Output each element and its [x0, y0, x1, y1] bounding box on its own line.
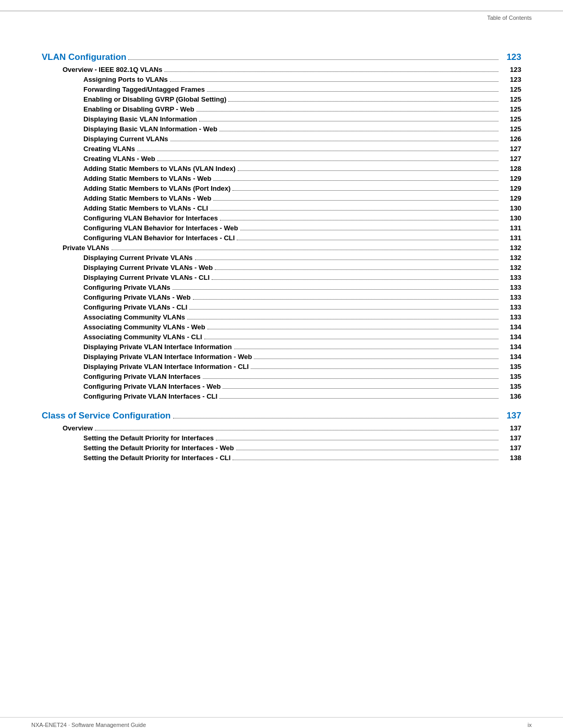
- toc-dots-33: [223, 388, 498, 389]
- toc-dots-17: [240, 230, 498, 230]
- toc-page-27: 134: [500, 323, 521, 331]
- toc-page-22: 133: [500, 274, 521, 281]
- toc-entry-12: Adding Static Members to VLANs - Web129: [42, 175, 521, 182]
- toc-label-1: Overview - IEEE 802.1Q VLANs: [63, 66, 162, 73]
- toc-dots-38: [236, 450, 498, 450]
- toc-page-29: 134: [500, 343, 521, 351]
- toc-label-30: Displaying Private VLAN Interface Inform…: [83, 353, 252, 361]
- toc-entry-15: Adding Static Members to VLANs - CLI130: [42, 204, 521, 212]
- toc-label-4: Enabling or Disabling GVRP (Global Setti…: [83, 95, 226, 103]
- toc-label-33: Configuring Private VLAN Interfaces - We…: [83, 382, 221, 390]
- toc-label-0: VLAN Configuration: [42, 52, 126, 63]
- toc-dots-24: [193, 299, 498, 300]
- toc-page-10: 127: [500, 155, 521, 163]
- toc-page-6: 125: [500, 115, 521, 123]
- toc-label-11: Adding Static Members to VLANs (VLAN Ind…: [83, 165, 236, 172]
- toc-page-1: 123: [500, 66, 521, 73]
- toc-dots-1: [164, 71, 498, 72]
- toc-page-4: 125: [500, 95, 521, 103]
- toc-entry-33: Configuring Private VLAN Interfaces - We…: [42, 382, 521, 390]
- toc-dots-31: [251, 368, 498, 369]
- toc-entry-3: Forwarding Tagged/Untagged Frames125: [42, 85, 521, 93]
- toc-page-32: 135: [500, 373, 521, 380]
- toc-entry-5: Enabling or Disabling GVRP - Web125: [42, 105, 521, 113]
- toc-dots-0: [128, 59, 498, 60]
- toc-dots-36: [95, 430, 498, 430]
- toc-label-5: Enabling or Disabling GVRP - Web: [83, 105, 194, 113]
- toc-page-28: 134: [500, 333, 521, 341]
- toc-page-34: 136: [500, 392, 521, 400]
- toc-label-29: Displaying Private VLAN Interface Inform…: [83, 343, 232, 351]
- toc-entry-25: Configuring Private VLANs - CLI133: [42, 303, 521, 311]
- toc-dots-23: [173, 289, 498, 290]
- toc-page-38: 137: [500, 444, 521, 452]
- toc-page-15: 130: [500, 204, 521, 212]
- toc-dots-29: [234, 349, 498, 349]
- top-border: [0, 10, 563, 11]
- toc-page-0: 123: [500, 52, 521, 63]
- toc-dots-26: [187, 319, 498, 319]
- toc-entry-11: Adding Static Members to VLANs (VLAN Ind…: [42, 165, 521, 172]
- toc-entry-29: Displaying Private VLAN Interface Inform…: [42, 343, 521, 351]
- page-container: Table of Contents VLAN Configuration123O…: [0, 10, 563, 728]
- toc-page-14: 129: [500, 194, 521, 202]
- toc-entry-21: Displaying Current Private VLANs - Web13…: [42, 264, 521, 272]
- toc-entry-22: Displaying Current Private VLANs - CLI13…: [42, 274, 521, 281]
- toc-entry-32: Configuring Private VLAN Interfaces135: [42, 373, 521, 380]
- toc-dots-11: [238, 170, 498, 171]
- toc-entry-0: VLAN Configuration123: [42, 52, 521, 63]
- toc-page-3: 125: [500, 85, 521, 93]
- toc-page-9: 127: [500, 145, 521, 153]
- toc-dots-13: [232, 190, 498, 191]
- toc-dots-9: [137, 151, 498, 151]
- toc-entry-13: Adding Static Members to VLANs (Port Ind…: [42, 184, 521, 192]
- toc-dots-39: [232, 460, 498, 460]
- toc-label-31: Displaying Private VLAN Interface Inform…: [83, 363, 249, 371]
- toc-entry-7: Displaying Basic VLAN Information - Web1…: [42, 125, 521, 133]
- toc-page-23: 133: [500, 283, 521, 291]
- toc-entry-2: Assigning Ports to VLANs123: [42, 76, 521, 83]
- toc-label-34: Configuring Private VLAN Interfaces - CL…: [83, 392, 217, 400]
- toc-page-25: 133: [500, 303, 521, 311]
- toc-dots-10: [157, 161, 498, 161]
- toc-page-31: 135: [500, 363, 521, 371]
- toc-dots-7: [219, 131, 498, 131]
- toc-dots-35: [173, 418, 499, 418]
- toc-entry-27: Associating Community VLANs - Web134: [42, 323, 521, 331]
- toc-page-33: 135: [500, 382, 521, 390]
- toc-label-38: Setting the Default Priority for Interfa…: [83, 444, 234, 452]
- toc-entry-26: Associating Community VLANs133: [42, 313, 521, 321]
- toc-label-28: Associating Community VLANs - CLI: [83, 333, 202, 341]
- toc-page-21: 132: [500, 264, 521, 272]
- toc-page-12: 129: [500, 175, 521, 182]
- toc-page-19: 132: [500, 244, 521, 252]
- toc-dots-2: [170, 81, 498, 82]
- toc-label-32: Configuring Private VLAN Interfaces: [83, 373, 201, 380]
- toc-page-18: 131: [500, 234, 521, 242]
- toc-dots-34: [219, 398, 498, 399]
- toc-entry-31: Displaying Private VLAN Interface Inform…: [42, 363, 521, 371]
- toc-page-37: 137: [500, 434, 521, 442]
- toc-page-13: 129: [500, 184, 521, 192]
- toc-dots-25: [189, 309, 498, 310]
- toc-dots-6: [199, 121, 498, 121]
- toc-page-17: 131: [500, 224, 521, 232]
- toc-label-36: Overview: [63, 424, 93, 432]
- toc-entry-1: Overview - IEEE 802.1Q VLANs123: [42, 66, 521, 73]
- toc-label-7: Displaying Basic VLAN Information - Web: [83, 125, 217, 133]
- toc-label-15: Adding Static Members to VLANs - CLI: [83, 204, 208, 212]
- toc-entry-9: Creating VLANs127: [42, 145, 521, 153]
- toc-dots-28: [204, 339, 498, 339]
- toc-dots-8: [170, 141, 498, 141]
- toc-entry-39: Setting the Default Priority for Interfa…: [42, 454, 521, 462]
- toc-entry-23: Configuring Private VLANs133: [42, 283, 521, 291]
- toc-entry-4: Enabling or Disabling GVRP (Global Setti…: [42, 95, 521, 103]
- toc-page-39: 138: [500, 454, 521, 462]
- toc-label-18: Configuring VLAN Behavior for Interfaces…: [83, 234, 235, 242]
- toc-label-9: Creating VLANs: [83, 145, 135, 153]
- toc-page-2: 123: [500, 76, 521, 83]
- toc-label-21: Displaying Current Private VLANs - Web: [83, 264, 213, 272]
- toc-entry-24: Configuring Private VLANs - Web133: [42, 293, 521, 301]
- toc-label-14: Adding Static Members to VLANs - Web: [83, 194, 211, 202]
- toc-label-12: Adding Static Members to VLANs - Web: [83, 175, 211, 182]
